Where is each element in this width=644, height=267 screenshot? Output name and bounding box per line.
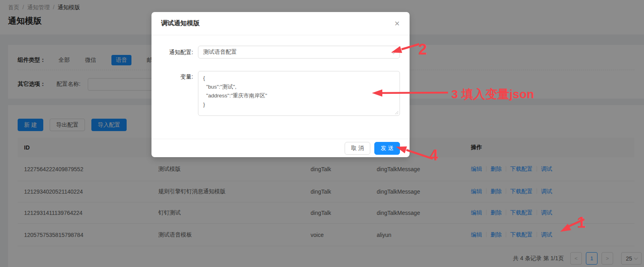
notify-config-select[interactable]: 测试语音配置 [198,46,400,59]
debug-template-modal: 调试通知模版 × 通知配置: 测试语音配置 变量: { "bus":"测试", … [151,12,410,157]
cancel-button[interactable]: 取 消 [345,142,370,155]
notify-config-value: 测试语音配置 [203,49,237,56]
variables-row: 变量: { "bus":"测试", "address":"重庆市南岸区" } [161,71,400,116]
close-icon[interactable]: × [391,18,403,30]
modal-header: 调试通知模版 × [151,12,410,35]
notify-config-row: 通知配置: 测试语音配置 [161,46,400,59]
notify-config-label: 通知配置: [161,46,193,59]
modal-footer: 取 消 发 送 [151,139,410,157]
variables-textarea[interactable]: { "bus":"测试", "address":"重庆市南岸区" } [198,71,400,116]
modal-body: 通知配置: 测试语音配置 变量: { "bus":"测试", "address"… [151,35,410,116]
modal-title: 调试通知模版 [161,19,200,28]
variables-json: { "bus":"测试", "address":"重庆市南岸区" } [203,74,395,109]
resize-handle-icon[interactable] [395,111,399,115]
chevron-down-icon [392,50,396,54]
variables-label: 变量: [161,71,193,116]
send-button[interactable]: 发 送 [374,142,400,155]
